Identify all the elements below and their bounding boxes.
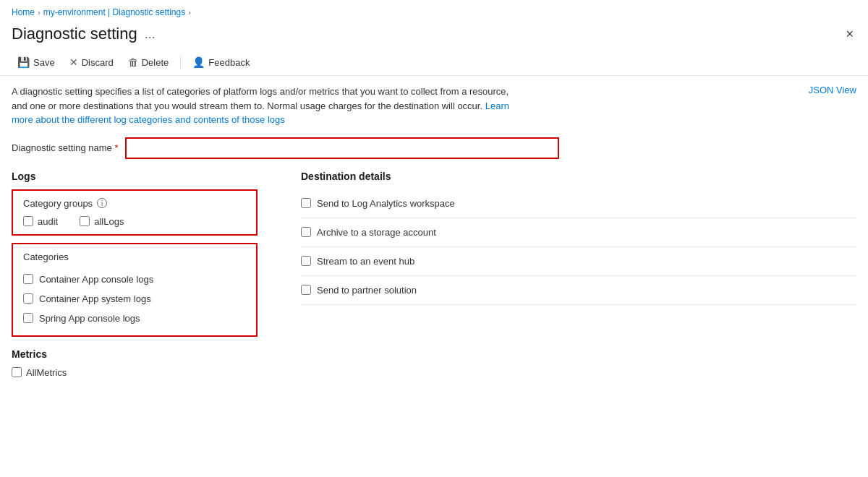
delete-icon: 🗑 bbox=[128, 56, 138, 68]
breadcrumb-home[interactable]: Home bbox=[12, 7, 35, 17]
discard-icon: ✕ bbox=[69, 56, 78, 68]
category-item-1: Container App console logs bbox=[23, 270, 246, 289]
content-area: A diagnostic setting specifies a list of… bbox=[0, 76, 868, 387]
toolbar-separator bbox=[180, 56, 181, 69]
json-view-link[interactable]: JSON View bbox=[809, 85, 856, 95]
container-app-console-logs-label[interactable]: Container App console logs bbox=[39, 274, 153, 285]
logs-section-header: Logs bbox=[12, 171, 258, 182]
category-groups-box: Category groups i audit allLogs bbox=[12, 189, 258, 236]
required-star: * bbox=[114, 142, 118, 153]
storage-account-checkbox[interactable] bbox=[301, 227, 311, 237]
category-groups-info-icon[interactable]: i bbox=[97, 198, 107, 208]
breadcrumb-environment[interactable]: my-environment | Diagnostic settings bbox=[43, 7, 186, 17]
destination-section: Destination details Send to Log Analytic… bbox=[301, 171, 856, 305]
feedback-label: Feedback bbox=[208, 57, 250, 68]
logs-section: Logs Category groups i audit bbox=[12, 171, 258, 378]
event-hub-checkbox[interactable] bbox=[301, 256, 311, 266]
page-title: Diagnostic setting bbox=[12, 25, 137, 43]
destination-section-header: Destination details bbox=[301, 171, 856, 182]
breadcrumb-sep2: › bbox=[188, 8, 191, 17]
breadcrumb-sep1: › bbox=[38, 8, 41, 17]
save-button[interactable]: 💾 Save bbox=[12, 53, 61, 71]
audit-checkbox[interactable] bbox=[23, 216, 33, 226]
description-row: A diagnostic setting specifies a list of… bbox=[12, 85, 856, 127]
category-groups-checkboxes: audit allLogs bbox=[23, 216, 246, 227]
container-app-console-logs-checkbox[interactable] bbox=[23, 274, 33, 284]
learn-more-link[interactable]: Learn bbox=[485, 100, 509, 111]
desc-text2: and one or more destinations that you wo… bbox=[12, 100, 482, 111]
log-categories-link[interactable]: more about the different log categories … bbox=[12, 114, 285, 125]
audit-label[interactable]: audit bbox=[38, 216, 58, 227]
storage-account-label[interactable]: Archive to a storage account bbox=[317, 227, 436, 238]
all-metrics-checkbox-item: AllMetrics bbox=[12, 367, 258, 378]
discard-label: Discard bbox=[82, 57, 114, 68]
description-text: A diagnostic setting specifies a list of… bbox=[12, 85, 509, 127]
delete-button[interactable]: 🗑 Delete bbox=[122, 53, 175, 71]
save-icon: 💾 bbox=[17, 56, 30, 68]
partner-solution-checkbox[interactable] bbox=[301, 285, 311, 295]
metrics-section: Metrics AllMetrics bbox=[12, 348, 258, 378]
two-column-layout: Logs Category groups i audit bbox=[12, 171, 856, 378]
feedback-icon: 👤 bbox=[192, 56, 205, 68]
discard-button[interactable]: ✕ Discard bbox=[64, 53, 119, 71]
destination-storage-account: Archive to a storage account bbox=[301, 218, 856, 247]
breadcrumb: Home › my-environment | Diagnostic setti… bbox=[0, 0, 868, 22]
more-options-icon[interactable]: ... bbox=[145, 27, 156, 42]
destination-event-hub: Stream to an event hub bbox=[301, 247, 856, 276]
all-metrics-checkbox[interactable] bbox=[12, 367, 22, 377]
all-metrics-label[interactable]: AllMetrics bbox=[26, 367, 67, 378]
alllogs-checkbox[interactable] bbox=[80, 216, 90, 226]
setting-name-row: Diagnostic setting name * bbox=[12, 137, 856, 159]
destination-log-analytics: Send to Log Analytics workspace bbox=[301, 189, 856, 218]
log-analytics-label[interactable]: Send to Log Analytics workspace bbox=[317, 198, 455, 209]
page-header: Diagnostic setting ... × bbox=[0, 22, 868, 49]
setting-name-label: Diagnostic setting name * bbox=[12, 142, 118, 153]
close-button[interactable]: × bbox=[843, 25, 856, 43]
delete-label: Delete bbox=[142, 57, 169, 68]
save-label: Save bbox=[33, 57, 55, 68]
toolbar: 💾 Save ✕ Discard 🗑 Delete 👤 Feedback bbox=[0, 49, 868, 76]
page-container: Home › my-environment | Diagnostic setti… bbox=[0, 0, 868, 387]
setting-name-input[interactable] bbox=[125, 137, 559, 159]
category-groups-title: Category groups i bbox=[23, 198, 246, 209]
metrics-section-header: Metrics bbox=[12, 348, 258, 360]
category-groups-label: Category groups bbox=[23, 198, 93, 209]
log-analytics-checkbox[interactable] bbox=[301, 198, 311, 208]
title-area: Diagnostic setting ... bbox=[12, 25, 156, 43]
spring-app-console-logs-label[interactable]: Spring App console logs bbox=[39, 313, 140, 324]
container-app-system-logs-checkbox[interactable] bbox=[23, 293, 33, 304]
category-item-2: Container App system logs bbox=[23, 289, 246, 309]
container-app-system-logs-label[interactable]: Container App system logs bbox=[39, 293, 151, 304]
desc-text1: A diagnostic setting specifies a list of… bbox=[12, 86, 509, 97]
event-hub-label[interactable]: Stream to an event hub bbox=[317, 256, 414, 267]
category-item-3: Spring App console logs bbox=[23, 309, 246, 328]
categories-title: Categories bbox=[23, 252, 246, 262]
spring-app-console-logs-checkbox[interactable] bbox=[23, 313, 33, 323]
feedback-button[interactable]: 👤 Feedback bbox=[187, 53, 255, 71]
destination-partner-solution: Send to partner solution bbox=[301, 276, 856, 305]
audit-checkbox-item: audit bbox=[23, 216, 58, 227]
categories-box: Categories Container App console logs Co… bbox=[12, 243, 258, 337]
partner-solution-label[interactable]: Send to partner solution bbox=[317, 285, 417, 296]
alllogs-checkbox-item: allLogs bbox=[80, 216, 124, 227]
alllogs-label[interactable]: allLogs bbox=[94, 216, 124, 227]
